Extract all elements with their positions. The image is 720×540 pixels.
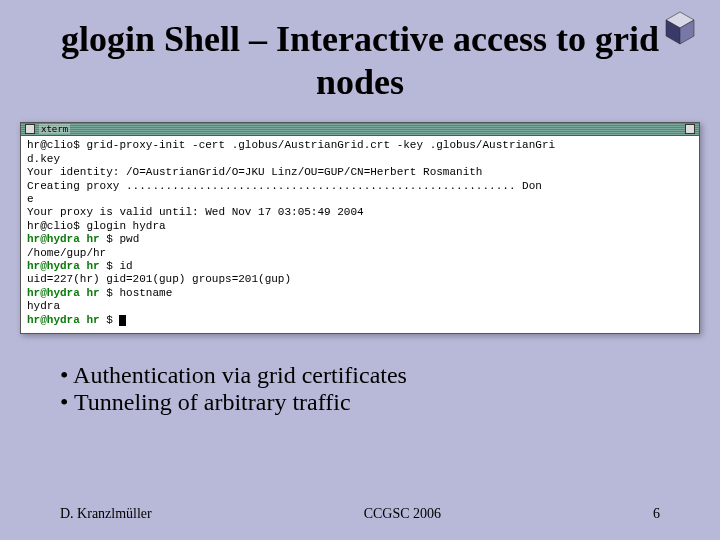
terminal-titlebar: xterm (20, 122, 700, 136)
slide-title: glogin Shell – Interactive access to gri… (0, 0, 720, 114)
bullet-list: Authentication via grid certificates Tun… (60, 362, 660, 416)
footer-venue: CCGSC 2006 (364, 506, 441, 522)
footer-page: 6 (653, 506, 660, 522)
terminal-title-label: xterm (39, 124, 70, 134)
terminal-line: Your identity: /O=AustrianGrid/O=JKU Lin… (27, 166, 693, 179)
terminal-line: hr@clio$ glogin hydra (27, 220, 693, 233)
footer-author: D. Kranzlmüller (60, 506, 152, 522)
list-item: Authentication via grid certificates (60, 362, 660, 389)
terminal-window: xterm hr@clio$ grid-proxy-init -cert .gl… (20, 122, 700, 334)
terminal-line: d.key (27, 153, 693, 166)
slide-footer: D. Kranzlmüller CCGSC 2006 6 (0, 506, 720, 522)
terminal-line: hr@clio$ grid-proxy-init -cert .globus/A… (27, 139, 693, 152)
terminal-line: hydra (27, 300, 693, 313)
terminal-line: hr@hydra hr $ hostname (27, 287, 693, 300)
terminal-body: hr@clio$ grid-proxy-init -cert .globus/A… (20, 136, 700, 334)
terminal-line: hr@hydra hr $ id (27, 260, 693, 273)
terminal-line: Creating proxy .........................… (27, 180, 693, 193)
terminal-line: hr@hydra hr $ (27, 314, 693, 327)
terminal-line: /home/gup/hr (27, 247, 693, 260)
list-item: Tunneling of arbitrary traffic (60, 389, 660, 416)
terminal-line: uid=227(hr) gid=201(gup) groups=201(gup) (27, 273, 693, 286)
cube-logo (660, 8, 700, 48)
cursor-icon (119, 315, 126, 326)
window-max-icon (685, 124, 695, 134)
terminal-line: hr@hydra hr $ pwd (27, 233, 693, 246)
window-sysmenu-icon (25, 124, 35, 134)
terminal-line: Your proxy is valid until: Wed Nov 17 03… (27, 206, 693, 219)
terminal-line: e (27, 193, 693, 206)
